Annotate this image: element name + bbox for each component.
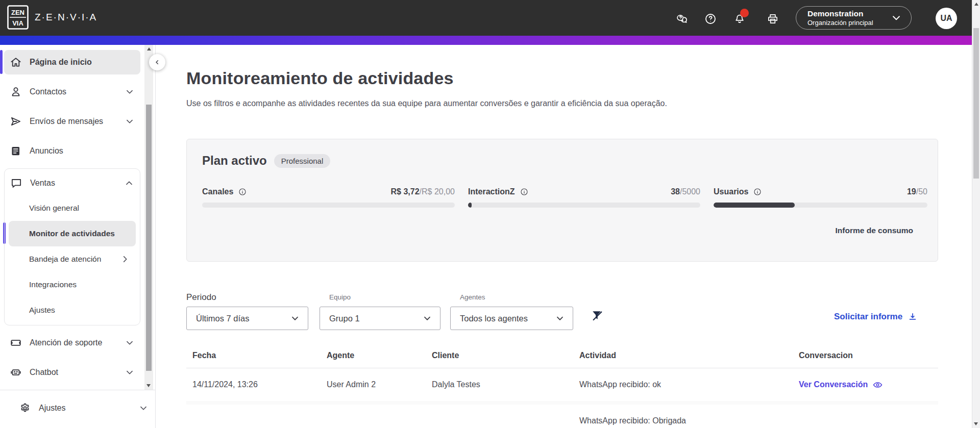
sidebar-divider	[0, 390, 155, 390]
plan-badge: Professional	[274, 154, 331, 168]
sidebar-subitem-label: Bandeja de atención	[29, 255, 119, 264]
scrollbar-thumb[interactable]	[146, 105, 152, 371]
usuarios-progress	[714, 203, 927, 208]
organization-info: Demonstration Organización principal	[807, 9, 890, 27]
sidebar-item-anuncios[interactable]: Anuncios	[4, 139, 140, 163]
sidebar-subitem-label: Monitor de actividades	[29, 229, 131, 238]
organization-name: Demonstration	[807, 9, 890, 18]
page-title: Monitoreamiento de actividades	[186, 68, 454, 88]
sidebar-item-contactos[interactable]: Contactos	[4, 80, 140, 104]
sidebar-item-envios-de-mensajes[interactable]: Envíos de mensajes	[4, 109, 140, 134]
agentes-select[interactable]: Todos los agentes	[450, 307, 573, 330]
request-report-link[interactable]: Solicitar informe	[834, 312, 918, 322]
sidebar: Página de inicio Contactos Envíos de men…	[0, 45, 156, 428]
col-header-agente: Agente	[327, 351, 432, 360]
metric-interactionz: InteractionZ 38/5000	[468, 187, 700, 208]
sidebar-subitem-ajustes-ventas[interactable]: Ajustes	[9, 297, 136, 323]
news-icon	[9, 144, 22, 158]
svg-text:VIA: VIA	[12, 19, 23, 27]
help-button[interactable]	[704, 12, 717, 26]
row-separator	[186, 401, 938, 405]
table-row: WhatsApp recibido: Obrigada	[186, 405, 938, 428]
col-header-fecha: Fecha	[192, 351, 327, 360]
sidebar-subitem-label: Ajustes	[29, 306, 131, 315]
sidebar-item-pagina-de-inicio[interactable]: Página de inicio	[4, 50, 140, 74]
cell-actividad: WhatsApp recibido: Obrigada	[579, 416, 799, 425]
zenvia-logo[interactable]: ZEN VIA Z·E·N·V·I·A	[7, 5, 97, 30]
clear-filters-button[interactable]	[590, 308, 605, 323]
svg-text:ZEN: ZEN	[11, 9, 24, 16]
scrollbar-thumb[interactable]	[973, 28, 979, 179]
interactionz-progress	[468, 203, 700, 208]
gear-icon	[18, 401, 32, 415]
scroll-up-arrow[interactable]	[974, 3, 978, 6]
organization-subtitle: Organización principal	[807, 19, 890, 27]
request-report-label: Solicitar informe	[834, 312, 902, 322]
sidebar-item-label: Anuncios	[30, 146, 135, 156]
support-chat-button[interactable]	[675, 12, 689, 26]
metric-values: 38/5000	[671, 187, 700, 196]
organization-selector[interactable]: Demonstration Organización principal	[796, 6, 912, 30]
notification-badge	[740, 9, 749, 17]
scroll-down-arrow[interactable]	[974, 422, 978, 425]
sidebar-subitem-monitor-de-actividades[interactable]: Monitor de actividades	[9, 221, 136, 246]
canales-progress	[202, 203, 455, 208]
person-icon	[9, 85, 22, 98]
agentes-value: Todos los agentes	[460, 314, 554, 323]
metric-values: 19/50	[907, 187, 927, 196]
sidebar-collapse-button[interactable]	[149, 54, 165, 70]
sidebar-item-ajustes[interactable]: Ajustes	[13, 396, 154, 420]
sidebar-scrollbar[interactable]	[144, 45, 153, 390]
sidebar-subitem-bandeja-de-atencion[interactable]: Bandeja de atención	[9, 246, 136, 272]
chevron-left-icon	[153, 58, 161, 66]
sidebar-item-label: Atención de soporte	[30, 338, 117, 347]
info-icon[interactable]	[520, 187, 529, 196]
chevron-down-icon	[138, 402, 149, 414]
chat-question-icon	[675, 12, 689, 26]
print-button[interactable]	[766, 12, 779, 26]
info-icon[interactable]	[238, 187, 247, 196]
periodo-select[interactable]: Últimos 7 días	[186, 307, 308, 330]
col-header-cliente: Cliente	[432, 351, 579, 360]
table-row: 14/11/2024, 13:26 User Admin 2 Dalyla Te…	[186, 368, 938, 401]
sidebar-menu: Página de inicio Contactos Envíos de men…	[0, 45, 144, 390]
view-conversation-link[interactable]: Ver Conversación	[799, 380, 938, 390]
sidebar-subitem-integraciones[interactable]: Integraciones	[9, 272, 136, 297]
home-icon	[9, 56, 22, 69]
plan-metrics: Canales R$ 3,72/R$ 20,00 InteractionZ 38…	[202, 187, 927, 208]
consumption-report-link[interactable]: Informe de consumo	[836, 226, 913, 235]
chat-bubble-icon	[10, 177, 23, 190]
notifications-button[interactable]	[733, 12, 746, 26]
info-icon[interactable]	[753, 187, 762, 196]
ticket-icon	[9, 336, 22, 349]
metric-values: R$ 3,72/R$ 20,00	[391, 187, 455, 196]
metric-canales: Canales R$ 3,72/R$ 20,00	[202, 187, 455, 208]
cell-fecha: 14/11/2024, 13:26	[192, 380, 327, 389]
ventas-group: Ventas Visión general Monitor de activid…	[4, 168, 140, 325]
sidebar-item-atencion-de-soporte[interactable]: Atención de soporte	[4, 331, 140, 355]
metric-label: InteractionZ	[468, 187, 529, 196]
sidebar-item-ventas[interactable]: Ventas	[9, 171, 136, 195]
chevron-down-icon	[554, 313, 566, 324]
sidebar-item-label: Página de inicio	[30, 58, 135, 67]
metric-usuarios: Usuarios 19/50	[714, 187, 927, 208]
scroll-down-arrow[interactable]	[146, 384, 151, 387]
page-scrollbar[interactable]	[972, 0, 980, 428]
brand-gradient-bar	[0, 36, 972, 45]
chevron-down-icon	[124, 337, 135, 348]
scroll-up-arrow[interactable]	[147, 47, 151, 51]
equipo-select[interactable]: Grupo 1	[320, 307, 440, 330]
plan-title: Plan activo	[202, 154, 267, 168]
cell-agente: User Admin 2	[327, 380, 432, 389]
send-icon	[9, 115, 22, 128]
agentes-label: Agentes	[460, 293, 485, 301]
sidebar-item-chatbot[interactable]: Chatbot	[4, 360, 140, 385]
chevron-down-icon	[124, 367, 135, 378]
user-avatar[interactable]: UA	[936, 8, 957, 29]
help-circle-icon	[704, 12, 717, 26]
active-plan-card: Plan activo Professional Canales R$ 3,72…	[186, 139, 938, 262]
sidebar-subitem-vision-general[interactable]: Visión general	[9, 195, 136, 221]
zenvia-logo-icon: ZEN VIA	[7, 5, 29, 30]
chevron-up-icon	[124, 178, 135, 189]
periodo-label: Periodo	[186, 292, 216, 303]
